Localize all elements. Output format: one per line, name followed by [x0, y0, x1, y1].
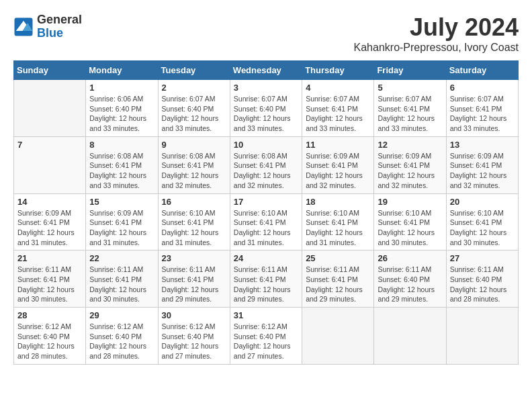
- day-info: Sunrise: 6:07 AMSunset: 6:40 PMDaylight:…: [162, 94, 226, 134]
- calendar-cell: 28Sunrise: 6:12 AMSunset: 6:40 PMDayligh…: [14, 308, 86, 365]
- calendar-cell: 17Sunrise: 6:10 AMSunset: 6:41 PMDayligh…: [230, 193, 302, 250]
- day-info: Sunrise: 6:10 AMSunset: 6:41 PMDaylight:…: [378, 208, 442, 248]
- day-number: 31: [234, 310, 298, 320]
- calendar-cell: [446, 308, 518, 365]
- calendar-cell: 29Sunrise: 6:12 AMSunset: 6:40 PMDayligh…: [86, 308, 158, 365]
- calendar-cell: 4Sunrise: 6:07 AMSunset: 6:41 PMDaylight…: [302, 80, 374, 137]
- day-info: Sunrise: 6:11 AMSunset: 6:40 PMDaylight:…: [378, 265, 442, 304]
- day-number: 7: [17, 140, 82, 150]
- day-info: Sunrise: 6:12 AMSunset: 6:40 PMDaylight:…: [162, 322, 226, 361]
- day-info: Sunrise: 6:07 AMSunset: 6:41 PMDaylight:…: [450, 94, 515, 134]
- weekday-header-row: SundayMondayTuesdayWednesdayThursdayFrid…: [14, 61, 519, 80]
- calendar-cell: 12Sunrise: 6:09 AMSunset: 6:41 PMDayligh…: [374, 136, 446, 193]
- page-header: General Blue July 2024 Kahankro-Prepress…: [13, 13, 519, 54]
- day-info: Sunrise: 6:11 AMSunset: 6:40 PMDaylight:…: [450, 265, 515, 304]
- day-info: Sunrise: 6:09 AMSunset: 6:41 PMDaylight:…: [378, 151, 442, 191]
- calendar-cell: 2Sunrise: 6:07 AMSunset: 6:40 PMDaylight…: [158, 80, 230, 137]
- calendar-week-5: 28Sunrise: 6:12 AMSunset: 6:40 PMDayligh…: [14, 308, 519, 365]
- calendar-cell: 22Sunrise: 6:11 AMSunset: 6:41 PMDayligh…: [86, 250, 158, 308]
- day-number: 13: [450, 140, 515, 150]
- weekday-header-thursday: Thursday: [302, 61, 374, 80]
- calendar-cell: 16Sunrise: 6:10 AMSunset: 6:41 PMDayligh…: [158, 193, 230, 250]
- day-number: 6: [450, 83, 515, 93]
- calendar-cell: 19Sunrise: 6:10 AMSunset: 6:41 PMDayligh…: [374, 193, 446, 250]
- day-number: 21: [17, 253, 82, 263]
- day-number: 15: [89, 197, 154, 207]
- day-number: 12: [378, 140, 442, 150]
- weekday-header-sunday: Sunday: [14, 61, 86, 80]
- day-number: 24: [234, 253, 298, 263]
- day-number: 16: [162, 197, 226, 207]
- calendar-cell: 10Sunrise: 6:08 AMSunset: 6:41 PMDayligh…: [230, 136, 302, 193]
- calendar-cell: 30Sunrise: 6:12 AMSunset: 6:40 PMDayligh…: [158, 308, 230, 365]
- location-title: Kahankro-Prepressou, Ivory Coast: [354, 42, 519, 54]
- calendar-cell: 6Sunrise: 6:07 AMSunset: 6:41 PMDaylight…: [446, 80, 518, 137]
- day-info: Sunrise: 6:07 AMSunset: 6:40 PMDaylight:…: [234, 94, 298, 134]
- weekday-header-saturday: Saturday: [446, 61, 518, 80]
- day-number: 14: [17, 197, 82, 207]
- day-number: 10: [234, 140, 298, 150]
- day-info: Sunrise: 6:07 AMSunset: 6:41 PMDaylight:…: [378, 94, 442, 134]
- day-number: 17: [234, 197, 298, 207]
- day-info: Sunrise: 6:09 AMSunset: 6:41 PMDaylight:…: [450, 151, 515, 191]
- day-info: Sunrise: 6:12 AMSunset: 6:40 PMDaylight:…: [234, 322, 298, 361]
- logo-blue-text: Blue: [37, 27, 82, 40]
- calendar-cell: 3Sunrise: 6:07 AMSunset: 6:40 PMDaylight…: [230, 80, 302, 137]
- day-info: Sunrise: 6:10 AMSunset: 6:41 PMDaylight:…: [234, 208, 298, 248]
- calendar-cell: 7: [14, 136, 86, 193]
- day-number: 19: [378, 197, 442, 207]
- day-info: Sunrise: 6:11 AMSunset: 6:41 PMDaylight:…: [17, 265, 82, 304]
- day-number: 22: [89, 253, 154, 263]
- calendar-cell: [302, 308, 374, 365]
- weekday-header-friday: Friday: [374, 61, 446, 80]
- day-info: Sunrise: 6:08 AMSunset: 6:41 PMDaylight:…: [162, 151, 226, 191]
- calendar-cell: 18Sunrise: 6:10 AMSunset: 6:41 PMDayligh…: [302, 193, 374, 250]
- day-number: 2: [162, 83, 226, 93]
- day-number: 18: [306, 197, 370, 207]
- day-number: 27: [450, 253, 515, 263]
- calendar-cell: 5Sunrise: 6:07 AMSunset: 6:41 PMDaylight…: [374, 80, 446, 137]
- day-number: 23: [162, 253, 226, 263]
- day-number: 3: [234, 83, 298, 93]
- day-info: Sunrise: 6:06 AMSunset: 6:40 PMDaylight:…: [89, 94, 154, 134]
- logo: General Blue: [13, 13, 82, 40]
- day-info: Sunrise: 6:10 AMSunset: 6:41 PMDaylight:…: [162, 208, 226, 248]
- title-section: July 2024 Kahankro-Prepressou, Ivory Coa…: [354, 13, 519, 54]
- calendar-cell: 20Sunrise: 6:10 AMSunset: 6:41 PMDayligh…: [446, 193, 518, 250]
- calendar-cell: 31Sunrise: 6:12 AMSunset: 6:40 PMDayligh…: [230, 308, 302, 365]
- day-number: 25: [306, 253, 370, 263]
- calendar-table: SundayMondayTuesdayWednesdayThursdayFrid…: [13, 60, 519, 365]
- day-number: 11: [306, 140, 370, 150]
- day-info: Sunrise: 6:11 AMSunset: 6:41 PMDaylight:…: [162, 265, 226, 304]
- calendar-cell: 1Sunrise: 6:06 AMSunset: 6:40 PMDaylight…: [86, 80, 158, 137]
- day-number: 30: [162, 310, 226, 320]
- day-info: Sunrise: 6:08 AMSunset: 6:41 PMDaylight:…: [234, 151, 298, 191]
- day-number: 1: [89, 83, 154, 93]
- day-info: Sunrise: 6:12 AMSunset: 6:40 PMDaylight:…: [89, 322, 154, 361]
- day-info: Sunrise: 6:10 AMSunset: 6:41 PMDaylight:…: [306, 208, 370, 248]
- day-info: Sunrise: 6:08 AMSunset: 6:41 PMDaylight:…: [89, 151, 154, 191]
- day-number: 29: [89, 310, 154, 320]
- calendar-week-1: 1Sunrise: 6:06 AMSunset: 6:40 PMDaylight…: [14, 80, 519, 137]
- day-info: Sunrise: 6:11 AMSunset: 6:41 PMDaylight:…: [234, 265, 298, 304]
- calendar-cell: 24Sunrise: 6:11 AMSunset: 6:41 PMDayligh…: [230, 250, 302, 308]
- month-title: July 2024: [354, 13, 519, 42]
- logo-icon: [13, 17, 34, 37]
- day-info: Sunrise: 6:11 AMSunset: 6:41 PMDaylight:…: [306, 265, 370, 304]
- day-info: Sunrise: 6:12 AMSunset: 6:40 PMDaylight:…: [17, 322, 82, 361]
- day-number: 26: [378, 253, 442, 263]
- day-number: 4: [306, 83, 370, 93]
- calendar-cell: 25Sunrise: 6:11 AMSunset: 6:41 PMDayligh…: [302, 250, 374, 308]
- calendar-cell: 23Sunrise: 6:11 AMSunset: 6:41 PMDayligh…: [158, 250, 230, 308]
- calendar-week-2: 78Sunrise: 6:08 AMSunset: 6:41 PMDayligh…: [14, 136, 519, 193]
- logo-general-text: General: [37, 13, 82, 27]
- weekday-header-wednesday: Wednesday: [230, 61, 302, 80]
- calendar-cell: 21Sunrise: 6:11 AMSunset: 6:41 PMDayligh…: [14, 250, 86, 308]
- calendar-week-4: 21Sunrise: 6:11 AMSunset: 6:41 PMDayligh…: [14, 250, 519, 308]
- calendar-cell: [374, 308, 446, 365]
- day-number: 28: [17, 310, 82, 320]
- calendar-cell: 11Sunrise: 6:09 AMSunset: 6:41 PMDayligh…: [302, 136, 374, 193]
- day-info: Sunrise: 6:09 AMSunset: 6:41 PMDaylight:…: [306, 151, 370, 191]
- calendar-cell: 13Sunrise: 6:09 AMSunset: 6:41 PMDayligh…: [446, 136, 518, 193]
- day-info: Sunrise: 6:10 AMSunset: 6:41 PMDaylight:…: [450, 208, 515, 248]
